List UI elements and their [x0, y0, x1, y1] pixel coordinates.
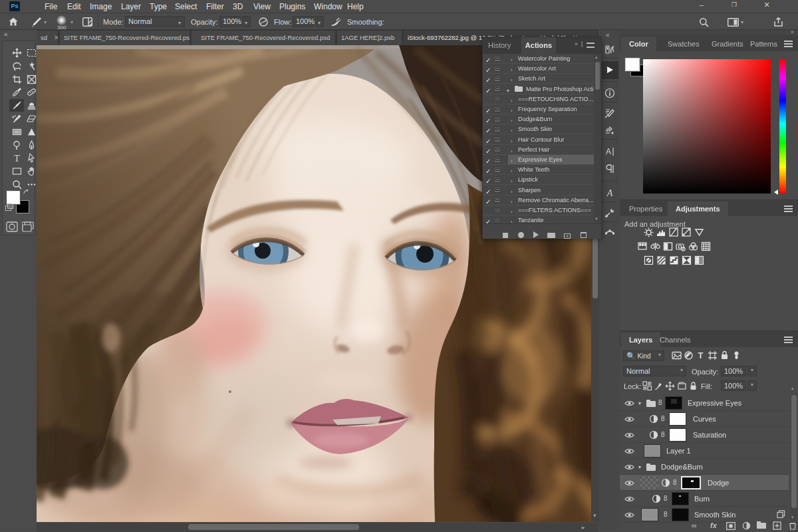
svg-text:A: A [605, 147, 610, 156]
svg-text:T: T [698, 350, 704, 360]
svg-text:T: T [14, 154, 20, 164]
svg-text:A: A [606, 188, 612, 198]
